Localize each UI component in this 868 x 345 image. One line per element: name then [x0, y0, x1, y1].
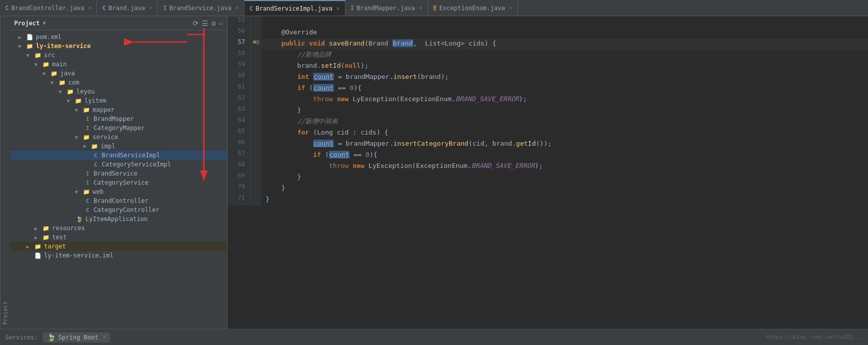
vertical-project-label: Project	[0, 16, 10, 329]
linenum-63: 63	[228, 105, 250, 116]
tree-item-impl[interactable]: ▼ 📁 impl	[10, 142, 227, 151]
minimize-icon[interactable]: –	[219, 19, 223, 27]
folder-icon-web: 📁	[82, 189, 91, 195]
sync-icon[interactable]: ⟳	[193, 19, 199, 27]
tree-item-test[interactable]: ▶ 📁 test	[10, 233, 227, 242]
gutter-bookmark: @	[256, 39, 259, 45]
enum-brand-save-68: BRAND_SAVE_ERROR	[471, 162, 535, 169]
label-web: web	[93, 188, 104, 195]
label-target: target	[44, 243, 66, 250]
line-56: 56 @Override	[228, 27, 868, 38]
line-59: 59 brand.setId(null);	[228, 61, 868, 72]
kw-if: if	[297, 84, 306, 92]
tab-close4[interactable]: ×	[336, 5, 340, 12]
method-setId: setId	[321, 62, 341, 69]
settings-icon[interactable]: ⚙	[211, 19, 215, 27]
code-area[interactable]: 55 56 @Override 57 ●@ pub	[228, 16, 868, 329]
icon-brand-service-impl: C	[91, 152, 100, 159]
content-70: }	[262, 183, 868, 194]
tree-item-main[interactable]: ▼ 📁 main	[10, 60, 227, 69]
tree-item-brand-controller[interactable]: C BrandController	[10, 196, 227, 205]
tab-close5[interactable]: ×	[419, 5, 423, 11]
tree-item-pomxml[interactable]: ▶ 📄 pom.xml	[10, 32, 227, 41]
gutter-57: ●@	[250, 38, 262, 50]
bottom-url: https://blog.csdn.net/u011...	[766, 334, 863, 340]
tree-item-brand-service[interactable]: I BrandService	[10, 169, 227, 178]
tab-close2[interactable]: ×	[149, 5, 153, 11]
icon-ly-item-app: 🍃	[75, 216, 84, 223]
line-55: 55	[228, 16, 868, 27]
content-62: throw new LyException(ExceptionEnum.BRAN…	[262, 94, 868, 105]
sidebar-tools: ⟳ ☰ ⚙ –	[193, 19, 223, 27]
dropdown-arrow[interactable]: ▼	[43, 20, 46, 26]
label-brand-controller: BrandController	[94, 197, 148, 204]
arrow-src: ▼	[26, 53, 33, 58]
icon-brand-service: I	[83, 170, 92, 177]
line-61: 61 if (count == 0){	[228, 83, 868, 94]
tree-item-web[interactable]: ▼ 📁 web	[10, 187, 227, 196]
code-editor: 55 56 @Override 57 ●@ pub	[228, 16, 868, 329]
impl-icon: ●	[253, 38, 256, 45]
tree-item-com[interactable]: ▼ 📁 com	[10, 78, 227, 87]
tab-close3[interactable]: ×	[236, 5, 239, 11]
linenum-62: 62	[228, 94, 250, 105]
tab-icon-i: I	[163, 5, 166, 12]
tree-item-category-mapper[interactable]: I CategoryMapper	[10, 123, 227, 133]
label-pomxml: pom.xml	[36, 33, 62, 40]
cls-Long: Long	[445, 39, 460, 47]
spring-boot-close[interactable]: ×	[103, 334, 107, 340]
tree-item-lyitem[interactable]: ▼ 📁 lyitem	[10, 96, 227, 105]
tree-item-service[interactable]: ▼ 📁 service	[10, 133, 227, 142]
tab-brand-controller[interactable]: C BrandController.java ×	[0, 0, 97, 16]
cls-ExceptionEnum-68: ExceptionEnum	[416, 162, 467, 169]
tree-item-ly-item-application[interactable]: 🍃 LyItemApplication	[10, 214, 227, 224]
tree-item-ly-item-service[interactable]: ▼ 📁 ly-item-service	[10, 41, 227, 51]
services-label: Services:	[5, 334, 38, 341]
tree-item-category-service-impl[interactable]: C CategoryServiceImpl	[10, 160, 227, 169]
tab-label4: BrandServiceImpl.java	[255, 5, 332, 12]
gutter-68	[250, 161, 262, 172]
tab-brand-service[interactable]: I BrandService.java ×	[158, 0, 244, 16]
label-src: src	[44, 52, 55, 59]
tree-item-target[interactable]: ▶ 📁 target	[10, 242, 227, 251]
param-brand: brand	[393, 39, 413, 47]
label-java: java	[60, 70, 75, 77]
tab-brand-service-impl[interactable]: C BrandServiceImpl.java ×	[244, 0, 345, 16]
tree-item-brand-mapper[interactable]: I BrandMapper	[10, 114, 227, 123]
tree-item-resources[interactable]: ▶ 📁 resources	[10, 224, 227, 233]
label-brand-service-impl: BrandServiceImpl	[102, 152, 160, 159]
linenum-65: 65	[228, 127, 250, 139]
tab-close6[interactable]: ×	[509, 5, 512, 11]
tab-brand-mapper[interactable]: I BrandMapper.java ×	[345, 0, 428, 16]
tree-item-mapper[interactable]: ▼ 📁 mapper	[10, 105, 227, 114]
folder-icon-impl: 📁	[90, 143, 99, 150]
tree-item-iml[interactable]: ▶ 📄 ly-item-service.iml	[10, 251, 227, 260]
tab-label6: ExceptionEnum.java	[439, 5, 505, 12]
kw-for: for	[297, 128, 309, 136]
tab-label5: BrandMapper.java	[357, 5, 415, 12]
label-brand-mapper: BrandMapper	[94, 115, 134, 122]
arrow-pomxml: ▶	[18, 34, 25, 40]
icon-category-controller: C	[83, 207, 92, 213]
arrow-ly-item: ▼	[18, 44, 25, 49]
content-63: }	[262, 105, 868, 116]
arrow-lyitem: ▼	[67, 98, 74, 104]
tree-item-category-service[interactable]: I CategoryService	[10, 178, 227, 187]
tree-item-category-controller[interactable]: C CategoryController	[10, 205, 227, 214]
line-62: 62 throw new LyException(ExceptionEnum.B…	[228, 94, 868, 105]
tree-item-leyou[interactable]: ▼ 📁 leyou	[10, 87, 227, 96]
linenum-64: 64	[228, 116, 250, 127]
tree-item-brand-service-impl[interactable]: C BrandServiceImpl	[10, 151, 227, 160]
label-brand-service: BrandService	[94, 170, 138, 177]
tab-exception-enum[interactable]: E ExceptionEnum.java ×	[428, 0, 518, 16]
spring-boot-tab[interactable]: 🍃 Spring Boot ×	[43, 332, 110, 342]
collapse-icon[interactable]: ☰	[202, 19, 208, 27]
spring-icon: 🍃	[47, 333, 56, 341]
folder-icon-ly: 📁	[25, 43, 34, 50]
tab-close[interactable]: ×	[89, 5, 92, 11]
tree-item-java[interactable]: ▼ 📁 java	[10, 69, 227, 78]
tree-item-src[interactable]: ▼ 📁 src	[10, 51, 227, 60]
icon-iml: 📄	[33, 252, 42, 259]
gutter-67	[250, 150, 262, 161]
tab-brand[interactable]: C Brand.java ×	[97, 0, 158, 16]
